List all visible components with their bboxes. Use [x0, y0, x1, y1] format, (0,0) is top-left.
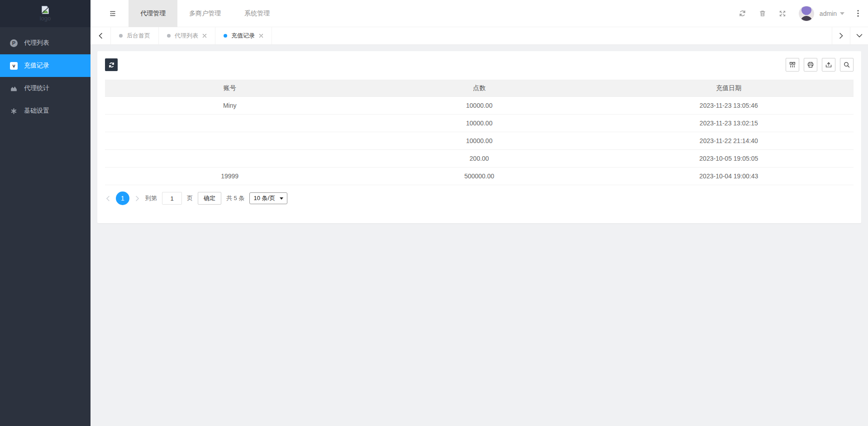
tab-status-dot [224, 34, 227, 38]
tab-status-dot [167, 34, 171, 38]
table-cell: 19999 [105, 168, 354, 185]
asterisk-icon [10, 107, 18, 115]
more-vertical-icon[interactable] [857, 10, 859, 17]
logo-text: logo [40, 15, 51, 22]
table-cell: 10000.00 [354, 132, 604, 150]
tab-label: 后台首页 [127, 32, 150, 40]
table-cell: 2023-11-22 21:14:40 [604, 132, 854, 150]
topnav-label: 系统管理 [244, 10, 270, 18]
search-icon[interactable] [840, 58, 854, 72]
broken-image-icon [40, 5, 50, 14]
goto-page-input[interactable] [162, 192, 182, 205]
table-row: 19999 500000.00 2023-10-04 19:00:43 [105, 168, 854, 185]
recharge-records-card: 账号 点数 充值日期 Miny 10000.00 2023-11-23 13:0… [97, 51, 861, 223]
tabs-scroll-right-icon[interactable] [832, 27, 850, 44]
sidebar-item-label: 充值记录 [24, 62, 49, 70]
tabs-scroll-left-icon[interactable] [91, 27, 110, 44]
column-header-date: 充值日期 [604, 80, 854, 97]
collapse-menu-icon[interactable] [109, 10, 117, 17]
username: admin [820, 10, 837, 17]
tab-status-dot [119, 34, 123, 38]
total-count-label: 共 5 条 [226, 194, 244, 202]
close-icon[interactable] [202, 34, 207, 38]
pagination: 1 到第 页 确定 共 5 条 10 条/页 [105, 191, 854, 205]
page-size-select[interactable]: 10 条/页 [249, 192, 287, 204]
trash-icon[interactable] [759, 10, 766, 17]
table-cell [105, 132, 354, 150]
tab-agent-list[interactable]: 代理列表 [159, 27, 215, 44]
topnav-system-management[interactable]: 系统管理 [233, 0, 281, 27]
export-icon[interactable] [822, 58, 835, 72]
topnav-agent-management[interactable]: 代理管理 [129, 0, 177, 27]
logo-area: logo [0, 0, 91, 27]
sidebar-item-basic-settings[interactable]: 基础设置 [0, 100, 91, 122]
table-cell: 2023-10-04 19:00:43 [604, 168, 854, 185]
user-menu[interactable]: admin [820, 10, 844, 17]
tab-label: 代理列表 [175, 32, 198, 40]
table-refresh-button[interactable] [105, 58, 118, 71]
table-cell: 2023-11-23 13:02:15 [604, 115, 854, 132]
refresh-icon[interactable] [739, 10, 746, 17]
table-row: 10000.00 2023-11-22 21:14:40 [105, 132, 854, 150]
sidebar: logo P 代理列表 v 充值记录 代理统计 基础设置 [0, 0, 91, 426]
prev-page-icon[interactable] [105, 196, 111, 201]
p-circle-icon: P [10, 39, 18, 47]
filter-columns-icon[interactable] [786, 58, 799, 72]
column-header-account: 账号 [105, 80, 354, 97]
goto-label: 到第 [145, 194, 157, 202]
main-column: 代理管理 多商户管理 系统管理 [91, 0, 868, 426]
tab-dashboard-home[interactable]: 后台首页 [111, 27, 159, 44]
topnav-merchant-management[interactable]: 多商户管理 [177, 0, 233, 27]
table-cell: 10000.00 [354, 115, 604, 132]
column-header-points: 点数 [354, 80, 604, 97]
table-cell: 10000.00 [354, 97, 604, 115]
tabbar-controls [832, 27, 868, 44]
table-header-row: 账号 点数 充值日期 [105, 80, 854, 97]
avatar[interactable] [799, 6, 814, 21]
sidebar-item-agent-list[interactable]: P 代理列表 [0, 32, 91, 54]
content-area: 账号 点数 充值日期 Miny 10000.00 2023-11-23 13:0… [91, 45, 868, 426]
next-page-icon[interactable] [134, 196, 140, 201]
table-row: 200.00 2023-10-05 19:05:05 [105, 150, 854, 168]
chevron-down-icon [840, 12, 844, 15]
tabs-menu-chevron-down-icon[interactable] [850, 27, 868, 44]
table-row: 10000.00 2023-11-23 13:02:15 [105, 115, 854, 132]
table-cell: Miny [105, 97, 354, 115]
v-card-icon: v [10, 62, 18, 70]
recharge-table: 账号 点数 充值日期 Miny 10000.00 2023-11-23 13:0… [105, 80, 854, 185]
table-row: Miny 10000.00 2023-11-23 13:05:46 [105, 97, 854, 115]
sidebar-item-recharge-records[interactable]: v 充值记录 [0, 54, 91, 77]
table-cell: 2023-10-05 19:05:05 [604, 150, 854, 168]
fullscreen-icon[interactable] [779, 10, 786, 17]
current-page-button[interactable]: 1 [116, 191, 129, 205]
top-header: 代理管理 多商户管理 系统管理 [91, 0, 868, 27]
sidebar-item-label: 基础设置 [24, 107, 49, 115]
chevron-down-icon [280, 197, 283, 200]
sidebar-menu: P 代理列表 v 充值记录 代理统计 基础设置 [0, 27, 91, 122]
sidebar-item-agent-stats[interactable]: 代理统计 [0, 77, 91, 100]
table-cell: 2023-11-23 13:05:46 [604, 97, 854, 115]
table-cell: 500000.00 [354, 168, 604, 185]
table-tools [786, 58, 854, 72]
table-cell: 200.00 [354, 150, 604, 168]
area-chart-icon [10, 85, 18, 92]
tabs-wrap: 后台首页 代理列表 充值记录 [110, 27, 272, 44]
page-size-value: 10 条/页 [253, 194, 275, 202]
page-tab-bar: 后台首页 代理列表 充值记录 [91, 27, 868, 45]
card-toolbar [105, 58, 854, 72]
sidebar-item-label: 代理列表 [24, 39, 49, 47]
topnav-label: 代理管理 [140, 10, 166, 18]
table-cell [105, 115, 354, 132]
sidebar-item-label: 代理统计 [24, 84, 49, 92]
tab-label: 充值记录 [231, 32, 255, 40]
close-icon[interactable] [259, 34, 263, 38]
print-icon[interactable] [804, 58, 817, 72]
tab-recharge-records[interactable]: 充值记录 [215, 27, 272, 44]
table-cell [105, 150, 354, 168]
topnav-label: 多商户管理 [189, 10, 221, 18]
header-actions: admin [739, 6, 868, 21]
confirm-page-button[interactable]: 确定 [198, 192, 221, 205]
page-unit-label: 页 [187, 194, 193, 202]
